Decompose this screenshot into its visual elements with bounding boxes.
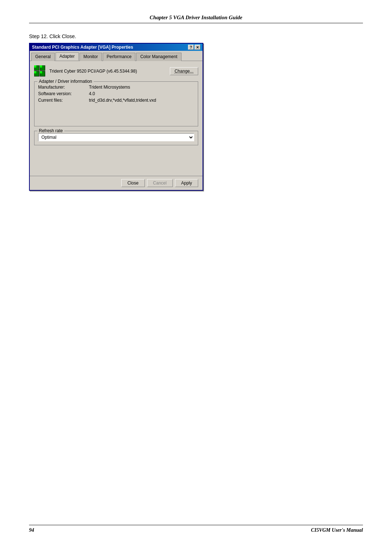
- manual-title: CI5VGM User's Manual: [311, 527, 363, 533]
- tab-bar: General Adapter Monitor Performance Colo…: [30, 51, 203, 61]
- refresh-rate-label: Refresh rate: [37, 128, 64, 133]
- help-button[interactable]: ?: [188, 45, 194, 50]
- manufacturer-row: Manufacturer: Trident Microsystems: [38, 85, 194, 90]
- adapter-row: Trident Cyber 9520 PCI/AGP (v6.45.5344.9…: [34, 65, 198, 77]
- tab-monitor[interactable]: Monitor: [79, 53, 102, 61]
- tab-adapter[interactable]: Adapter: [56, 52, 79, 61]
- dialog-footer: Close Cancel Apply: [30, 176, 203, 190]
- svg-rect-7: [40, 71, 42, 73]
- dialog-content: Trident Cyber 9520 PCI/AGP (v6.45.5344.9…: [30, 61, 203, 176]
- step-instruction: Step 12. Click Close.: [29, 33, 363, 39]
- title-buttons: ? ✕: [188, 45, 200, 50]
- close-dialog-button[interactable]: Close: [121, 179, 145, 187]
- close-button[interactable]: ✕: [195, 45, 200, 50]
- current-files-label: Current files:: [38, 98, 85, 103]
- software-version-row: Software version: 4.0: [38, 91, 194, 96]
- vga-icon: [34, 65, 46, 77]
- tab-general[interactable]: General: [31, 53, 55, 61]
- page-footer: 94 CI5VGM User's Manual: [29, 525, 363, 533]
- apply-button[interactable]: Apply: [175, 179, 198, 187]
- software-version-label: Software version:: [38, 91, 85, 96]
- adapter-name: Trident Cyber 9520 PCI/AGP (v6.45.5344.9…: [49, 69, 166, 74]
- refresh-select-wrapper: Optimal: [38, 133, 194, 141]
- spacer: [34, 150, 198, 171]
- page-number: 94: [29, 527, 34, 533]
- tab-performance[interactable]: Performance: [103, 53, 136, 61]
- svg-rect-3: [40, 65, 42, 68]
- tab-color-management[interactable]: Color Management: [136, 53, 181, 61]
- change-button[interactable]: Change...: [170, 67, 198, 75]
- driver-info-group: Adapter / Driver information Manufacture…: [34, 81, 198, 126]
- manufacturer-value: Trident Microsystems: [89, 85, 194, 90]
- properties-dialog: Standard PCI Graphics Adapter [VGA] Prop…: [29, 43, 203, 191]
- current-files-value: trid_d3d.drv,*vdd,*vflatd,trident.vxd: [89, 98, 194, 103]
- manufacturer-label: Manufacturer:: [38, 85, 85, 90]
- chapter-header: Chapter 5 VGA Driver Installation Guide: [29, 15, 363, 23]
- current-files-row: Current files: trid_d3d.drv,*vdd,*vflatd…: [38, 98, 194, 103]
- software-version-value: 4.0: [89, 91, 194, 96]
- svg-rect-1: [34, 65, 36, 68]
- cancel-button[interactable]: Cancel: [147, 179, 173, 187]
- info-table: Manufacturer: Trident Microsystems Softw…: [38, 85, 194, 103]
- refresh-rate-select[interactable]: Optimal: [38, 133, 194, 141]
- refresh-rate-group: Refresh rate Optimal: [34, 131, 198, 145]
- dialog-titlebar: Standard PCI Graphics Adapter [VGA] Prop…: [30, 44, 203, 51]
- svg-rect-5: [34, 71, 36, 73]
- driver-info-label: Adapter / Driver information: [37, 79, 94, 84]
- dialog-title: Standard PCI Graphics Adapter [VGA] Prop…: [32, 45, 133, 50]
